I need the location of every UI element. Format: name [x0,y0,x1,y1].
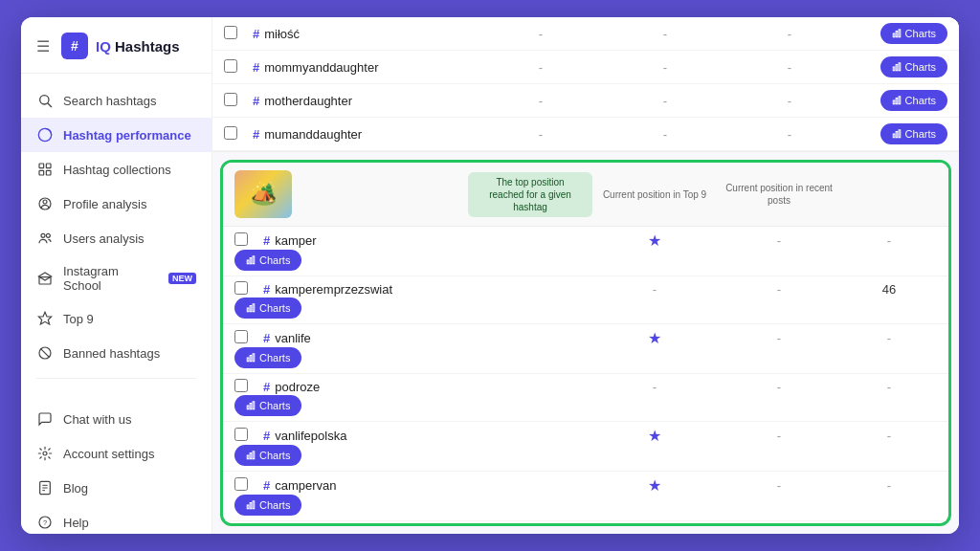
sidebar-header: ☰ # IQ Hashtags [21,17,212,74]
row-checkbox[interactable] [234,232,248,246]
row-checkbox[interactable] [234,281,248,295]
top-position-value: - [592,380,717,394]
svg-line-14 [40,348,49,357]
row-checkbox[interactable] [234,379,248,392]
hashtag-text: motherdaughter [264,94,352,108]
table-row: #mommyanddaughter - - - Charts [212,51,959,84]
preview-image [234,170,292,218]
hashtag-text: vanlifepolska [275,429,346,443]
svg-rect-46 [247,406,249,409]
hash-symbol: # [263,380,270,394]
charts-button[interactable]: Charts [234,250,301,271]
top-position-value: ★ [592,476,717,495]
row-checkbox[interactable] [234,477,248,491]
sidebar-item-banned-hashtags[interactable]: Banned hashtags [21,336,212,370]
sidebar-item-account-settings[interactable]: Account settings [21,436,212,471]
nav-label: Hashtag collections [63,163,171,177]
hashtag-name: #mommyanddaughter [253,60,479,75]
charts-button[interactable]: Charts [880,90,947,111]
svg-rect-28 [893,67,895,71]
charts-button[interactable]: Charts [880,123,947,144]
svg-marker-12 [38,312,51,324]
charts-button[interactable]: Charts [880,23,947,44]
charts-label: Charts [905,61,936,73]
nav-label: Search hashtags [63,94,157,108]
col2-value: - [717,380,841,394]
col3-value: - [841,233,937,248]
sidebar-item-top9[interactable]: Top 9 [21,301,212,336]
sidebar-item-hashtag-performance[interactable]: Hashtag performance [21,118,212,152]
svg-line-1 [48,103,52,107]
row-checkbox[interactable] [224,59,237,73]
star-icon: ★ [648,428,661,444]
top-position-value: ★ [592,427,717,445]
charts-button[interactable]: Charts [234,298,301,319]
svg-point-8 [43,200,47,204]
hashtag-text: podroze [275,380,320,394]
svg-rect-49 [247,455,249,459]
charts-button[interactable]: Charts [234,445,301,466]
svg-text:?: ? [43,518,47,527]
sidebar-item-blog[interactable]: Blog [21,471,212,505]
svg-rect-47 [250,404,252,409]
hash-symbol: # [253,27,259,41]
charts-button[interactable]: Charts [234,495,301,516]
sidebar-item-search-hashtags[interactable]: Search hashtags [21,83,212,118]
hashtag-text: vanlife [275,331,311,345]
sidebar-divider [36,378,196,379]
table-row: # vanlifepolska ★ - - Charts [223,422,948,472]
col2-value: - [717,429,841,443]
profile-icon [36,195,54,212]
nav-label: Account settings [63,447,154,461]
nav-label: Instagram School [63,264,157,293]
hash-symbol: # [263,478,270,493]
sidebar-item-instagram-school[interactable]: Instagram School NEW [21,255,212,301]
charts-button[interactable]: Charts [234,395,301,416]
charts-label: Charts [259,254,290,266]
sidebar-item-chat-with-us[interactable]: Chat with us [21,402,212,436]
star-icon [36,310,54,327]
row-checkbox[interactable] [234,330,248,343]
ban-icon [36,344,54,362]
hamburger-icon[interactable]: ☰ [36,37,50,55]
svg-rect-35 [896,132,898,138]
nav-label: Blog [63,481,88,496]
school-icon [36,270,54,287]
row-checkbox[interactable] [224,93,237,106]
sidebar-title: IQ Hashtags [96,38,180,55]
charts-label: Charts [259,499,290,511]
svg-rect-41 [250,306,252,312]
svg-rect-43 [247,358,249,362]
svg-rect-40 [247,308,249,312]
charts-label: Charts [259,352,290,364]
nav-label: Users analysis [63,231,145,246]
sidebar-item-profile-analysis[interactable]: Profile analysis [21,187,212,221]
sidebar-item-users-analysis[interactable]: Users analysis [21,221,212,255]
doc-icon [36,479,54,496]
star-icon: ★ [648,232,661,249]
star-icon: ★ [648,330,661,346]
sidebar-item-help[interactable]: ? Help [21,505,212,534]
charts-button[interactable]: Charts [234,347,301,368]
row-checkbox[interactable] [224,26,237,39]
hashtag-name: # campervan [263,478,592,493]
table-row: #mumanddaughter - - - Charts [212,118,959,151]
charts-label: Charts [905,95,936,106]
nav-label: Profile analysis [63,197,146,211]
row-checkbox[interactable] [224,126,237,140]
col3-value: - [603,127,727,142]
hash-symbol: # [263,233,270,248]
svg-rect-31 [893,100,895,104]
svg-rect-48 [253,402,255,409]
col3-value: - [603,94,727,108]
table-row: # kamperemprzezswiat - - 46 Charts [223,276,948,324]
row-checkbox[interactable] [234,428,248,441]
sidebar-item-hashtag-collections[interactable]: Hashtag collections [21,152,212,187]
col3-value: - [603,27,727,41]
hashtag-name: # kamper [263,233,592,248]
charts-button[interactable]: Charts [880,56,947,77]
hashtag-text: mommyanddaughter [264,60,378,75]
hash-symbol: # [253,94,259,108]
col4-value: - [727,127,852,142]
svg-rect-32 [896,99,898,104]
